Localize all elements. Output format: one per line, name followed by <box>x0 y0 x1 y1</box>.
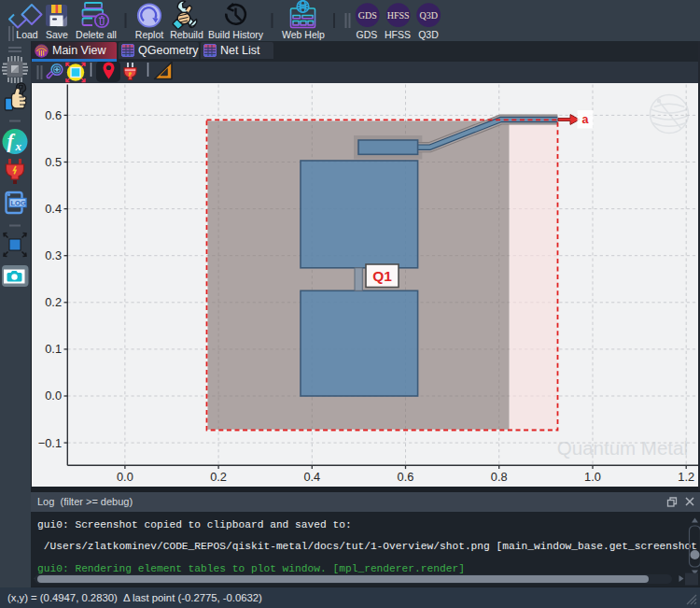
svg-text:0.4: 0.4 <box>303 470 320 484</box>
svg-text:0.0: 0.0 <box>45 389 62 403</box>
svg-text:1.2: 1.2 <box>678 470 694 484</box>
svg-text:a: a <box>582 113 590 126</box>
svg-text:Q1: Q1 <box>372 268 392 284</box>
svg-text:Q3D: Q3D <box>419 10 437 21</box>
svg-text:0.5: 0.5 <box>45 155 62 169</box>
svg-text:0.6: 0.6 <box>398 470 414 484</box>
svg-text:0.0: 0.0 <box>117 470 133 484</box>
svg-text:0.8: 0.8 <box>491 470 508 484</box>
svg-text:0.2: 0.2 <box>210 470 227 484</box>
svg-text:0.4: 0.4 <box>45 202 62 216</box>
svg-text:x: x <box>15 139 22 153</box>
svg-text:0.3: 0.3 <box>45 248 62 262</box>
svg-text:HFSS: HFSS <box>387 10 410 21</box>
svg-text:LOG: LOG <box>11 199 26 207</box>
svg-text:0.2: 0.2 <box>45 295 62 309</box>
svg-text:GDS: GDS <box>358 10 377 21</box>
svg-text:−0.1: −0.1 <box>38 436 62 450</box>
svg-text:0.6: 0.6 <box>45 108 62 122</box>
svg-text:0.1: 0.1 <box>45 342 62 356</box>
svg-text:Quantum Metal: Quantum Metal <box>557 437 688 459</box>
svg-text:1.0: 1.0 <box>584 470 601 484</box>
